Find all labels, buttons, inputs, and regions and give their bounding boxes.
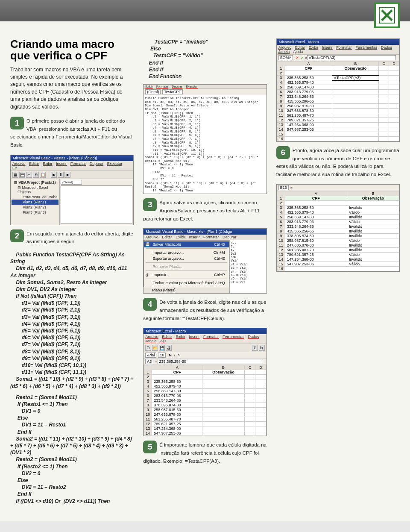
menu-exibir[interactable]: Exibir bbox=[176, 335, 185, 339]
code-editor[interactable]: Public Function TestaCPF(CPF As String) … bbox=[144, 95, 266, 194]
excel-screenshot-6: B16 = AB 1CPFObservação 2 3235.365.258-5… bbox=[276, 184, 400, 272]
menu-item-remove: Remover Plan1... bbox=[144, 264, 229, 270]
menu-ajuda[interactable]: Aju bbox=[160, 339, 166, 343]
menu-formatar[interactable]: Formatar bbox=[70, 162, 86, 166]
run-icon[interactable]: ▶ bbox=[51, 172, 57, 178]
vbe-screenshot-1: Microsoft Visual Basic - Pasta1 - [Plan1… bbox=[10, 155, 134, 225]
menu-ferramentas[interactable]: Ferramentas bbox=[223, 335, 244, 339]
window-title: Microsoft Visual Basic - Macro.xls - [Pl… bbox=[144, 229, 266, 235]
step-badge: 1 bbox=[10, 117, 24, 129]
excel-icon[interactable]: ▦ bbox=[12, 172, 18, 178]
save-icon[interactable]: 💾 bbox=[19, 172, 25, 178]
menu-dados[interactable]: Dados bbox=[248, 335, 259, 339]
print-icon[interactable]: 🖨 bbox=[166, 345, 172, 351]
menu-inserir[interactable]: Inserir bbox=[189, 335, 199, 339]
step-4: 4 De volta à janela do Excel, digite nas… bbox=[143, 298, 266, 322]
excel-screenshot-5: Microsoft Excel - Macro Arquivo Editar E… bbox=[276, 38, 400, 142]
menubar[interactable]: Arquivo Editar Exibir Inserir Formatar F… bbox=[144, 334, 266, 344]
step-5: 5 É importante lembrar que cada célula d… bbox=[143, 441, 266, 464]
code-peek: nct2,s,DV2sNuVal(d2 = Val(d3 = Val(d4 = … bbox=[229, 240, 266, 293]
menu-exibir[interactable]: Exibir bbox=[43, 162, 53, 166]
step-text: Agora salve as instruções, clicando no m… bbox=[143, 200, 260, 221]
excel-badge-icon bbox=[374, 3, 400, 28]
menu-depurar[interactable]: Depurar bbox=[90, 162, 104, 166]
menu-arquivo[interactable]: Arquivo bbox=[145, 335, 158, 339]
name-box[interactable]: B16 bbox=[278, 185, 289, 190]
menu-item-print[interactable]: 🖨Imprimir...Ctrl+P bbox=[144, 272, 229, 278]
tree-item[interactable]: Plan3 (Plan3) bbox=[12, 210, 59, 215]
menu-editar[interactable]: Editar bbox=[29, 162, 39, 166]
step-badge: 3 bbox=[143, 198, 157, 211]
menu-item-save[interactable]: 💾Salvar Macro.xlsCtrl+B bbox=[144, 241, 229, 247]
step-6: 6 Pronto, agora você já sabe criar um pr… bbox=[276, 146, 400, 178]
stop-icon[interactable]: ■ bbox=[64, 172, 70, 178]
cancel-icon[interactable]: ✕ bbox=[296, 56, 299, 60]
tree-folder[interactable]: ⊟ Microsoft Excel Objetos bbox=[12, 185, 59, 194]
menu-editar[interactable]: Editar bbox=[162, 335, 172, 339]
menubar[interactable]: Arquivo Editar Exibir Inserir Formatar D… bbox=[11, 161, 133, 171]
fx-icon[interactable]: fx bbox=[259, 345, 265, 351]
menu-inserir[interactable]: Inserir bbox=[189, 235, 199, 239]
menu-exibir[interactable]: Exibir bbox=[176, 235, 185, 239]
menu-inserir[interactable]: Inserir bbox=[56, 162, 67, 166]
cut-icon[interactable]: ✂ bbox=[26, 172, 32, 178]
vbe-file-menu-screenshot: Microsoft Visual Basic - Macro.xls - [Pl… bbox=[143, 228, 266, 294]
menu-fe[interactable]: Fe bbox=[12, 166, 17, 170]
proc-dropdown[interactable]: TestaCPF bbox=[162, 89, 183, 94]
save-icon[interactable]: 💾 bbox=[159, 345, 165, 351]
menu-arquivo[interactable]: Arquivo bbox=[145, 235, 158, 239]
sum-icon[interactable]: Σ bbox=[252, 345, 258, 351]
font-name-dropdown[interactable]: Arial bbox=[145, 353, 156, 358]
copy-icon[interactable]: ⎘ bbox=[33, 172, 39, 178]
article-intro: Trabalhar com macros no VBA é uma tarefa… bbox=[10, 66, 134, 111]
menu-editar[interactable]: Editar bbox=[162, 235, 172, 239]
new-icon[interactable]: 🗋 bbox=[145, 345, 151, 351]
step-3: 3 Agora salve as instruções, clicando no… bbox=[143, 198, 266, 222]
toolbar[interactable]: ▦ 💾 ✂ ⎘ 📋 ▶ Ⅱ ■ bbox=[11, 171, 133, 179]
save-icon: 💾 bbox=[145, 242, 150, 247]
code-listing-1: Public Function TestaCPF(CPF As String) … bbox=[10, 251, 134, 390]
tree-root[interactable]: ⊟ VBAProject (Pasta1) bbox=[12, 180, 59, 185]
step-text: Pronto, agora você já sabe criar um prog… bbox=[276, 148, 399, 177]
menubar[interactable]: Exibir Formatar Depurar Executar bbox=[144, 85, 266, 89]
code-pane[interactable]: (Geral) bbox=[60, 179, 133, 225]
step-text: Em seguida, com a janela do editor abert… bbox=[26, 231, 133, 244]
font-size-dropdown[interactable]: 10 bbox=[158, 353, 166, 358]
menu-arquivo[interactable]: Arquivo bbox=[12, 162, 26, 166]
paste-icon[interactable]: 📋 bbox=[40, 172, 46, 178]
window-title: Microsoft Excel - Macro bbox=[277, 39, 399, 45]
window-title: Microsoft Excel - Macro bbox=[144, 328, 266, 334]
object-dropdown[interactable]: (Geral) bbox=[145, 89, 161, 94]
formula-bar[interactable]: =TestaCPF(A3) bbox=[307, 55, 396, 60]
spreadsheet-grid[interactable]: ABCD 1CPFObservação 2 3235.365.258-50=Te… bbox=[277, 61, 399, 141]
menubar[interactable]: Arquivo Editar Exibir Inserir Formatar F… bbox=[277, 45, 399, 55]
name-box[interactable]: SOMA bbox=[278, 55, 293, 60]
menu-item-export[interactable]: Exportar arquivo...Ctrl+E bbox=[144, 256, 229, 262]
menu-item-close[interactable]: Fechar e voltar para Microsoft ExcelAlt+… bbox=[144, 280, 229, 286]
menu-item-import[interactable]: Importar arquivo...Ctrl+M bbox=[144, 250, 229, 256]
spreadsheet-grid[interactable]: AB 1CPFObservação 2 3235.365.258-50Invál… bbox=[277, 191, 399, 271]
step-badge: 6 bbox=[276, 146, 290, 159]
pause-icon[interactable]: Ⅱ bbox=[58, 172, 64, 178]
menu-executar[interactable]: Executar bbox=[107, 162, 123, 166]
tree-item[interactable]: Plan3 (Plan3) bbox=[144, 287, 229, 293]
spreadsheet-grid[interactable]: ABCD 1CPFObservação 2 3235.365.258-50 44… bbox=[144, 365, 266, 436]
open-icon[interactable]: 📂 bbox=[152, 345, 158, 351]
menu-formatar[interactable]: Formatar bbox=[203, 335, 219, 339]
name-box[interactable]: A3 bbox=[145, 359, 153, 364]
object-dropdown[interactable]: (Geral) bbox=[61, 180, 82, 185]
excel-screenshot-4: Microsoft Excel - Macro Arquivo Editar E… bbox=[143, 328, 266, 436]
project-tree[interactable]: ⊟ VBAProject (Pasta1) ⊟ Microsoft Excel … bbox=[11, 179, 60, 225]
menu-formatar[interactable]: Formatar bbox=[203, 235, 219, 239]
menu-janela[interactable]: Janela bbox=[145, 339, 157, 343]
file-menu-dropdown[interactable]: 💾Salvar Macro.xlsCtrl+B Importar arquivo… bbox=[144, 240, 229, 287]
confirm-icon[interactable]: ✓ bbox=[301, 56, 304, 60]
step-badge: 4 bbox=[143, 298, 157, 311]
menu-depurar[interactable]: Depurar bbox=[223, 235, 237, 239]
window-title: Microsoft Visual Basic - Pasta1 - [Plan1… bbox=[11, 155, 133, 161]
tree-item[interactable]: Plan2 (Plan2) bbox=[12, 205, 59, 210]
formula-bar[interactable]: 235.365.258-50 bbox=[158, 359, 263, 364]
tree-item[interactable]: EstaPasta_de_traba bbox=[12, 194, 59, 200]
tree-item-selected[interactable]: Plan1 (Plan1) bbox=[12, 200, 59, 205]
menubar[interactable]: Arquivo Editar Exibir Inserir Formatar D… bbox=[144, 235, 266, 240]
